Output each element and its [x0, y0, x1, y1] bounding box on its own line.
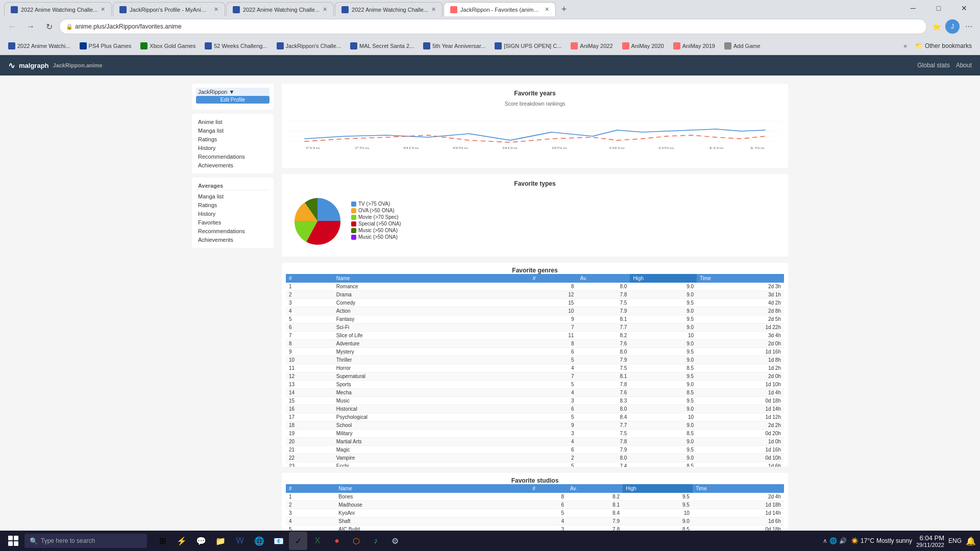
volume-icon[interactable]: 🔊: [839, 537, 847, 544]
bookmark-7[interactable]: [SIGN UPS OPEN] C...: [491, 39, 566, 53]
table-row[interactable]: 20Martial Arts47.89.01d 0h: [286, 438, 784, 446]
minimize-button[interactable]: ─: [901, 0, 925, 16]
edge-button[interactable]: 🌐: [250, 532, 268, 550]
maximize-button[interactable]: □: [927, 0, 950, 16]
bookmark-4[interactable]: JackRippon's Challe...: [273, 39, 346, 53]
sidebar-stats-item-0[interactable]: Anime list: [196, 118, 270, 126]
chrome-button[interactable]: ●: [328, 532, 346, 550]
excel-button[interactable]: X: [308, 532, 327, 550]
sidebar-stats-item-4[interactable]: Recommendations: [196, 153, 270, 161]
about-link[interactable]: About: [956, 62, 972, 69]
todo-button[interactable]: ✓: [289, 532, 307, 550]
table-row[interactable]: 13Sports57.89.01d 10h: [286, 381, 784, 389]
tab-close-button[interactable]: ✕: [214, 6, 218, 13]
tab-5[interactable]: JackRippon - Favorites (anime) -✕: [444, 2, 556, 16]
sidebar-averages-item-0[interactable]: Manga list: [196, 192, 270, 201]
table-row[interactable]: 14Mecha47.68.51d 4h: [286, 389, 784, 397]
sidebar-averages-item-4[interactable]: Recommendations: [196, 227, 270, 235]
back-button[interactable]: ←: [4, 18, 20, 35]
sidebar-stats-item-1[interactable]: Manga list: [196, 127, 270, 135]
tab-3[interactable]: 2022 Anime Watching Challe...✕: [226, 2, 334, 16]
sidebar-averages-item-3[interactable]: Favorites: [196, 218, 270, 227]
address-input[interactable]: 🔒 anime.plus/JackRippon/favorites.anime: [59, 19, 927, 34]
network-icon[interactable]: 🌐: [829, 537, 837, 544]
bookmarks-overflow-button[interactable]: »: [900, 42, 910, 49]
chat-button[interactable]: 💬: [192, 532, 210, 550]
sidebar-stats-item-5[interactable]: Achievements: [196, 161, 270, 169]
profile-icon[interactable]: J: [945, 19, 960, 34]
explorer-button[interactable]: 📁: [211, 532, 230, 550]
table-row[interactable]: 1Romance88.09.02d 3h: [286, 283, 784, 291]
word-button[interactable]: W: [231, 532, 249, 550]
reload-button[interactable]: ↻: [41, 18, 57, 35]
table-row[interactable]: 23Ecchi57.48.51d 6h: [286, 462, 784, 467]
table-row[interactable]: 16Historical68.09.01d 14h: [286, 405, 784, 413]
table-row[interactable]: 3Comedy157.59.54d 2h: [286, 299, 784, 307]
bookmark-11[interactable]: Add Game: [720, 39, 765, 53]
other-bookmarks-folder[interactable]: 📁Other bookmarks: [911, 42, 976, 49]
forward-button[interactable]: →: [22, 18, 39, 35]
table-row[interactable]: 5AIC Build37.88.50d 18h: [286, 525, 784, 531]
close-button[interactable]: ✕: [952, 0, 976, 16]
bookmark-3[interactable]: 52 Weeks Challeng...: [201, 39, 271, 53]
bookmark-9[interactable]: AniMay 2020: [618, 39, 668, 53]
sidebar-stats-item-2[interactable]: Ratings: [196, 135, 270, 143]
table-row[interactable]: 10Thriller57.99.01d 8h: [286, 356, 784, 364]
table-row[interactable]: 7Slice of Life118.2103d 4h: [286, 332, 784, 340]
table-row[interactable]: 18School97.79.02d 2h: [286, 421, 784, 430]
tab-1[interactable]: 2022 Anime Watching Challe...✕: [4, 2, 112, 16]
settings-icon[interactable]: ⋯: [962, 19, 976, 34]
table-row[interactable]: 12Supernatural78.19.52d 0h: [286, 372, 784, 381]
notification-button[interactable]: 🔔: [966, 536, 976, 546]
table-row[interactable]: 9Mystery68.09.51d 16h: [286, 348, 784, 356]
tray-expand[interactable]: ∧: [823, 537, 827, 544]
table-row[interactable]: 4Action107.99.02d 8h: [286, 307, 784, 315]
tab-2[interactable]: JackRippon's Profile - MyAnime...✕: [113, 2, 225, 16]
table-row[interactable]: 5Fantasy98.19.52d 5h: [286, 315, 784, 323]
table-row[interactable]: 6Sci-Fi77.79.01d 22h: [286, 323, 784, 332]
start-button[interactable]: [4, 532, 22, 550]
sidebar-profile-item[interactable]: JackRippon ▼: [196, 88, 270, 96]
bookmark-5[interactable]: MAL Secret Santa 2...: [346, 39, 418, 53]
table-row[interactable]: 17Psychological58.4101d 12h: [286, 413, 784, 421]
mail-button[interactable]: 📧: [270, 532, 288, 550]
steam-button[interactable]: ⚙: [386, 532, 404, 550]
app1-button[interactable]: ⬡: [347, 532, 365, 550]
clock[interactable]: 6:04 PM 29/11/2022: [916, 534, 944, 548]
table-row[interactable]: 1Bones88.29.52d 4h: [286, 493, 784, 501]
table-row[interactable]: 21Magic67.99.51d 16h: [286, 446, 784, 454]
table-row[interactable]: 8Adventure87.69.02d 0h: [286, 340, 784, 348]
sidebar-averages-item-5[interactable]: Achievements: [196, 236, 270, 244]
tab-close-button[interactable]: ✕: [545, 6, 549, 13]
sidebar-averages-item-2[interactable]: History: [196, 210, 270, 218]
new-tab-button[interactable]: +: [557, 2, 571, 16]
table-row[interactable]: 11Horror47.58.51d 2h: [286, 364, 784, 372]
widgets-button[interactable]: ⚡: [173, 532, 191, 550]
bookmark-6[interactable]: 5th Year Anniversar...: [419, 39, 489, 53]
table-row[interactable]: 22Vampire28.09.00d 10h: [286, 454, 784, 462]
task-view-button[interactable]: ⊞: [153, 532, 172, 550]
bookmark-8[interactable]: AniMay 2022: [567, 39, 617, 53]
sidebar-stats-item-3[interactable]: History: [196, 144, 270, 152]
table-row[interactable]: 19Military37.58.50d 20h: [286, 430, 784, 438]
language-indicator[interactable]: ENG: [948, 537, 962, 544]
bookmark-1[interactable]: PS4 Plus Games: [76, 39, 136, 53]
sidebar-averages-item-1[interactable]: Ratings: [196, 201, 270, 209]
tab-close-button[interactable]: ✕: [431, 6, 436, 13]
weather-info[interactable]: ☀️ 17°C Mostly sunny: [851, 537, 912, 544]
table-row[interactable]: 4Shaft47.99.01d 6h: [286, 517, 784, 525]
spotify-button[interactable]: ♪: [366, 532, 385, 550]
table-row[interactable]: 2Drama127.89.03d 1h: [286, 291, 784, 299]
tab-4[interactable]: 2022 Anime Watching Challe...✕: [335, 2, 443, 16]
table-row[interactable]: 2Madhouse68.19.51d 18h: [286, 501, 784, 509]
bookmark-10[interactable]: AniMay 2019: [669, 39, 719, 53]
table-row[interactable]: 15Music38.39.50d 18h: [286, 397, 784, 405]
taskbar-search[interactable]: 🔍 Type here to search: [24, 534, 147, 548]
tab-close-button[interactable]: ✕: [101, 6, 105, 13]
edit-profile-button[interactable]: Edit Profile: [196, 96, 270, 104]
global-stats-link[interactable]: Global stats: [917, 62, 949, 69]
table-row[interactable]: 3KyoAni58.4101d 14h: [286, 509, 784, 517]
tab-close-button[interactable]: ✕: [323, 6, 327, 13]
extensions-icon[interactable]: ⭐: [929, 19, 943, 34]
bookmark-2[interactable]: Xbox Gold Games: [136, 39, 200, 53]
